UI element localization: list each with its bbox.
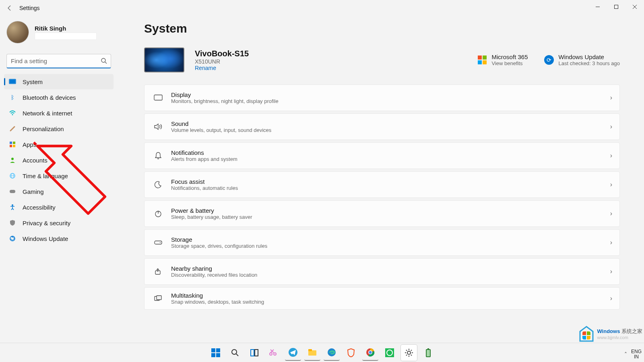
app-spotify[interactable] [382, 345, 398, 361]
sidebar-item-personalization[interactable]: Personalization [4, 121, 114, 136]
shield-icon [9, 219, 16, 226]
watermark-text: Windows [597, 328, 620, 334]
svg-point-6 [12, 114, 13, 115]
storage-icon [152, 236, 165, 249]
card-title: Sound [171, 120, 271, 127]
svg-rect-38 [308, 349, 312, 351]
device-thumbnail[interactable] [144, 47, 184, 72]
svg-rect-18 [154, 95, 162, 100]
sidebar-item-system[interactable]: System [4, 74, 114, 89]
card-display[interactable]: Display Monitors, brightness, night ligh… [144, 84, 620, 111]
svg-rect-56 [426, 350, 430, 357]
svg-rect-28 [211, 353, 215, 357]
sidebar-item-apps[interactable]: Apps [4, 137, 114, 152]
sidebar-item-privacy[interactable]: Privacy & security [4, 215, 114, 230]
svg-line-55 [406, 355, 407, 356]
maximize-button[interactable] [607, 0, 625, 14]
svg-rect-27 [216, 348, 220, 352]
back-button[interactable] [6, 4, 14, 12]
display-icon [152, 91, 165, 104]
sidebar-item-network[interactable]: Network & internet [4, 105, 114, 121]
main-content: System VivoBook-S15 X510UNR Rename Micro… [117, 16, 644, 350]
app-edge[interactable] [324, 345, 340, 361]
globe-icon [9, 172, 16, 179]
lang-line1[interactable]: ENG [631, 349, 642, 354]
card-sound[interactable]: Sound Volume levels, output, input, soun… [144, 113, 620, 140]
sync-icon: ⟳ [544, 55, 554, 65]
app-brave[interactable] [343, 345, 359, 361]
card-nearby-sharing[interactable]: Nearby sharing Discoverability, received… [144, 258, 620, 285]
svg-rect-5 [10, 80, 15, 83]
svg-point-2 [101, 58, 105, 62]
app-battery[interactable] [420, 345, 436, 361]
card-notifications[interactable]: Notifications Alerts from apps and syste… [144, 142, 620, 169]
svg-rect-32 [251, 350, 254, 356]
minimize-button[interactable] [588, 0, 607, 14]
sidebar: Ritik Singh System ᛒ Bluetooth & devices… [0, 16, 117, 350]
card-sub: Alerts from apps and system [171, 156, 237, 162]
sidebar-item-accounts[interactable]: Accounts [4, 152, 114, 168]
card-focus-assist[interactable]: Focus assist Notifications, automatic ru… [144, 171, 620, 198]
card-title: Notifications [171, 149, 237, 156]
sidebar-item-label: System [23, 78, 43, 85]
taskbar: ˄ ENG IN [0, 343, 644, 362]
card-storage[interactable]: Storage Storage space, drives, configura… [144, 229, 620, 256]
svg-rect-25 [157, 296, 161, 300]
bluetooth-icon: ᛒ [9, 94, 16, 101]
svg-rect-21 [155, 241, 162, 244]
sound-icon [152, 120, 165, 133]
tray-chevron-up-icon[interactable]: ˄ [624, 351, 627, 358]
sidebar-item-bluetooth[interactable]: ᛒ Bluetooth & devices [4, 90, 114, 105]
app-snipping[interactable] [266, 345, 282, 361]
user-email [35, 33, 97, 40]
app-chrome[interactable] [362, 345, 378, 361]
svg-point-47 [407, 351, 411, 354]
chevron-right-icon: › [610, 239, 612, 246]
svg-point-34 [270, 353, 272, 355]
title-bar: Settings [0, 0, 644, 16]
chevron-right-icon: › [610, 268, 612, 275]
sidebar-item-label: Network & internet [23, 110, 72, 117]
taskbar-search[interactable] [227, 345, 243, 361]
svg-point-22 [160, 242, 161, 243]
svg-rect-9 [10, 145, 12, 147]
card-power-battery[interactable]: Power & battery Sleep, battery usage, ba… [144, 200, 620, 227]
lang-line2: IN [631, 354, 642, 360]
svg-line-54 [411, 350, 412, 351]
svg-rect-10 [13, 145, 15, 147]
sidebar-item-label: Gaming [23, 188, 44, 195]
microsoft-365-card[interactable]: Microsoft 365 View benefits [478, 53, 528, 66]
avatar [6, 21, 29, 43]
rename-link[interactable]: Rename [195, 65, 249, 71]
bell-icon [152, 149, 165, 162]
sidebar-item-label: Personalization [23, 125, 64, 132]
svg-rect-33 [255, 350, 258, 356]
status-sub: View benefits [491, 60, 528, 66]
sidebar-item-windows-update[interactable]: Windows Update [4, 231, 114, 246]
svg-rect-29 [216, 353, 220, 357]
share-icon [152, 265, 165, 278]
card-title: Focus assist [171, 178, 238, 185]
user-profile[interactable]: Ritik Singh [4, 16, 114, 51]
svg-point-16 [12, 204, 13, 206]
sidebar-item-gaming[interactable]: Gaming [4, 184, 114, 199]
sidebar-item-time-language[interactable]: Time & language [4, 168, 114, 183]
start-button[interactable] [208, 345, 224, 361]
wifi-icon [9, 109, 16, 117]
task-view[interactable] [246, 345, 262, 361]
app-explorer[interactable] [304, 345, 320, 361]
chevron-right-icon: › [610, 210, 612, 217]
windows-update-card[interactable]: ⟳ Windows Update Last checked: 3 hours a… [544, 53, 620, 66]
search-input[interactable] [6, 54, 111, 68]
watermark-url: www.bjjmlv.com [597, 335, 642, 340]
svg-point-11 [11, 158, 14, 160]
app-telegram[interactable] [285, 345, 301, 361]
close-button[interactable] [625, 0, 644, 14]
card-multitasking[interactable]: Multitasking Snap windows, desktops, tas… [144, 287, 620, 310]
app-settings[interactable] [401, 345, 417, 361]
chevron-right-icon: › [610, 181, 612, 188]
sidebar-item-accessibility[interactable]: Accessibility [4, 200, 114, 215]
card-title: Storage [171, 236, 267, 243]
sidebar-item-label: Apps [23, 141, 36, 148]
settings-list: Display Monitors, brightness, night ligh… [144, 84, 620, 310]
